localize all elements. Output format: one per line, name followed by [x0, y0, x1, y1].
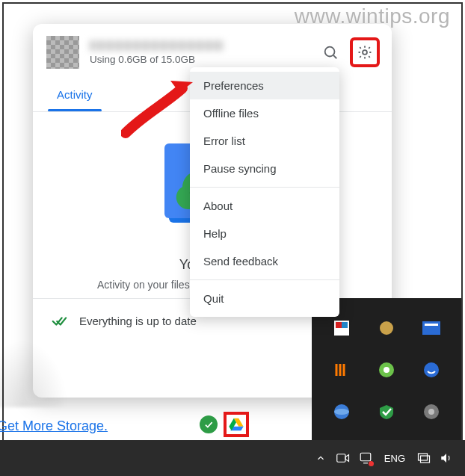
taskbar: ENG [0, 440, 465, 476]
account-name-blurred [90, 40, 224, 51]
tray-app-icon[interactable] [331, 401, 352, 422]
tray-app-icon[interactable] [331, 359, 352, 380]
gear-icon [357, 44, 373, 61]
svg-point-9 [380, 321, 393, 335]
menu-about[interactable]: About [190, 192, 339, 220]
tray-app-icon[interactable] [421, 401, 442, 422]
search-icon [322, 44, 339, 61]
tray-app-icon[interactable] [376, 401, 397, 422]
settings-menu: Preferences Offline files Error list Pau… [190, 67, 339, 317]
svg-rect-7 [336, 322, 342, 328]
watermark: www.wintips.org [295, 4, 450, 28]
menu-offline-files[interactable]: Offline files [190, 99, 339, 127]
svg-point-14 [424, 362, 439, 377]
drive-tray-icon[interactable] [225, 413, 247, 436]
tray-chevron[interactable] [314, 451, 327, 465]
svg-point-18 [428, 409, 434, 415]
tab-activity[interactable]: Activity [54, 81, 96, 111]
sync-ok-icon[interactable] [200, 415, 218, 433]
search-button[interactable] [317, 39, 344, 66]
storage-usage: Using 0.6GB of 15.0GB [90, 54, 307, 65]
svg-point-2 [363, 50, 367, 55]
svg-line-1 [333, 55, 336, 58]
svg-rect-11 [425, 324, 438, 326]
tray-quick-row [162, 409, 312, 440]
menu-error-list[interactable]: Error list [190, 127, 339, 155]
svg-point-16 [334, 409, 349, 415]
volume-icon[interactable] [440, 451, 453, 465]
menu-separator-2 [190, 279, 339, 280]
svg-rect-22 [421, 456, 430, 463]
svg-rect-8 [342, 322, 348, 328]
menu-quit[interactable]: Quit [190, 285, 339, 312]
language-indicator[interactable]: ENG [381, 453, 408, 464]
menu-separator [190, 187, 339, 188]
account-text: Using 0.6GB of 15.0GB [90, 40, 307, 65]
menu-help[interactable]: Help [190, 220, 339, 247]
svg-point-13 [384, 367, 389, 373]
system-tray-overflow [312, 298, 461, 440]
svg-rect-20 [360, 453, 371, 461]
tray-app-icon[interactable] [376, 318, 397, 339]
network-icon[interactable] [417, 451, 431, 465]
svg-rect-10 [422, 321, 440, 335]
tray-app-icon[interactable] [421, 359, 442, 380]
taskbar-icon[interactable] [359, 451, 372, 465]
settings-button[interactable] [351, 39, 378, 66]
menu-send-feedback[interactable]: Send feedback [190, 247, 339, 275]
svg-point-0 [325, 47, 335, 57]
tray-app-icon[interactable] [376, 359, 397, 380]
menu-preferences[interactable]: Preferences [190, 72, 339, 99]
meet-now-icon[interactable] [336, 451, 350, 465]
tray-app-icon[interactable] [331, 318, 352, 339]
get-more-storage-link[interactable]: Get More Storage. [0, 418, 108, 434]
menu-pause-syncing[interactable]: Pause syncing [190, 155, 339, 182]
annotation-arrow [121, 81, 203, 140]
status-text: Everything is up to date [79, 315, 197, 327]
check-icon [51, 312, 67, 329]
svg-rect-19 [337, 454, 345, 463]
svg-rect-21 [419, 454, 428, 460]
tray-app-icon[interactable] [421, 318, 442, 339]
avatar[interactable] [46, 36, 79, 69]
